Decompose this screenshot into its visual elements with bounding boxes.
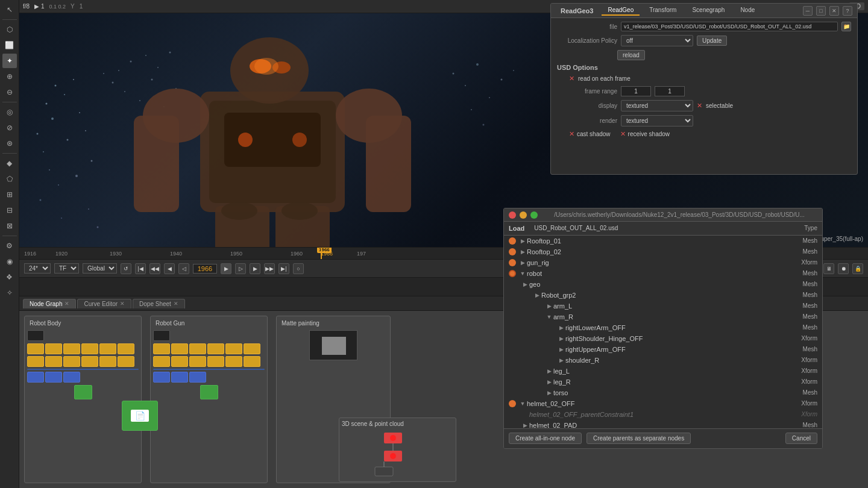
toolbar-icon-node[interactable]: ✧ bbox=[2, 286, 17, 300]
gun-node-yellow-5[interactable] bbox=[225, 343, 242, 354]
toolbar-icon-transform[interactable]: ✦ bbox=[2, 54, 17, 68]
sg-arrow-arm-l[interactable]: ▶ bbox=[545, 303, 553, 309]
node-yellow-6[interactable] bbox=[118, 343, 134, 354]
sg-row-rooftop01[interactable]: ▶ Rooftop_01 Mesh bbox=[504, 236, 822, 246]
sg-row-torso[interactable]: ▶ torso Mesh bbox=[504, 387, 822, 398]
rg-file-value[interactable]: v1_release/03_Post/3D/USD/USD_robot/USD/… bbox=[621, 22, 838, 31]
gun-node-yellow-6[interactable] bbox=[244, 343, 260, 354]
toolbar-icon-rect[interactable]: ⬜ bbox=[2, 38, 17, 52]
sg-minimize-btn[interactable] bbox=[520, 211, 527, 219]
toolbar-icon-add[interactable]: ⊕ bbox=[2, 69, 17, 84]
toolbar-icon-select[interactable]: ⬡ bbox=[2, 22, 17, 37]
global-dropdown[interactable]: Global bbox=[83, 263, 117, 274]
gun-node-yellow-7[interactable] bbox=[153, 356, 170, 367]
reset-btn[interactable]: ↺ bbox=[121, 263, 131, 274]
rg-file-browse-btn[interactable]: 📁 bbox=[841, 22, 851, 31]
rg-minimize-btn[interactable]: ─ bbox=[803, 6, 813, 16]
rg-tab-transform[interactable]: Transform bbox=[643, 5, 682, 16]
sg-arrow-robot-grp2[interactable]: ▶ bbox=[533, 292, 541, 298]
sg-row-gun-rig[interactable]: ▶ gun_rig Xform bbox=[504, 257, 822, 268]
next-btn[interactable]: ▷ bbox=[235, 263, 246, 274]
toolbar-icon-circle[interactable]: ◎ bbox=[2, 105, 17, 119]
loop-btn[interactable]: ○ bbox=[293, 263, 304, 274]
sg-row-rooftop02[interactable]: ▶ Rooftop_02 Mesh bbox=[504, 246, 822, 257]
node-yellow-4[interactable] bbox=[81, 343, 98, 354]
rg-update-btn[interactable]: Update bbox=[697, 36, 727, 46]
gun-node-blue-3[interactable] bbox=[189, 372, 206, 383]
tab-dope-sheet[interactable]: Dope Sheet ✕ bbox=[133, 299, 185, 308]
toolbar-icon-grid-x[interactable]: ⊠ bbox=[2, 219, 17, 233]
rg-display-dropdown[interactable]: textured wireframe solid bbox=[621, 100, 693, 111]
gun-node-yellow-10[interactable] bbox=[207, 356, 224, 367]
toolbar-icon-arrow[interactable]: ↖ bbox=[2, 2, 17, 17]
prev-keyframe-btn[interactable]: ◀◀ bbox=[149, 263, 160, 274]
toolbar-icon-layers[interactable]: ❖ bbox=[2, 270, 17, 284]
sg-row-leg-l[interactable]: ▶ leg_L Xform bbox=[504, 366, 822, 377]
gun-node-blue-2[interactable] bbox=[171, 372, 188, 383]
toolbar-icon-eye[interactable]: ◉ bbox=[2, 254, 17, 269]
tab-curve-editor-close[interactable]: ✕ bbox=[120, 301, 125, 307]
rg-maximize-btn[interactable]: □ bbox=[816, 6, 826, 16]
sg-arrow-helmet02off[interactable]: ▼ bbox=[518, 401, 527, 407]
rg-reload-btn[interactable]: reload bbox=[617, 50, 645, 60]
record-btn[interactable]: ⏺ bbox=[838, 263, 849, 274]
sg-arrow-gun-rig[interactable]: ▶ bbox=[518, 260, 527, 266]
sg-row-arm-r[interactable]: ▼ arm_R Mesh bbox=[504, 311, 822, 322]
gun-node-yellow-12[interactable] bbox=[244, 356, 260, 367]
node-blue-1[interactable] bbox=[27, 372, 44, 383]
tab-dope-sheet-close[interactable]: ✕ bbox=[174, 301, 178, 307]
tab-node-graph[interactable]: Node Graph ✕ bbox=[23, 299, 76, 308]
gun-node-yellow-2[interactable] bbox=[171, 343, 188, 354]
node-blue-2[interactable] bbox=[45, 372, 62, 383]
sg-arrow-arm-r[interactable]: ▼ bbox=[545, 314, 553, 320]
sg-arrow-rooftop02[interactable]: ▶ bbox=[518, 249, 527, 255]
gun-node-yellow-3[interactable] bbox=[189, 343, 206, 354]
node-yellow-3[interactable] bbox=[63, 343, 80, 354]
node-yellow-5[interactable] bbox=[99, 343, 116, 354]
rg-frame-range-start[interactable] bbox=[621, 86, 651, 96]
sg-arrow-geo[interactable]: ▶ bbox=[521, 281, 529, 287]
toolbar-icon-subtract[interactable]: ⊖ bbox=[2, 85, 17, 99]
sg-arrow-rightlowerarm[interactable]: ▶ bbox=[557, 325, 565, 331]
sg-load-label[interactable]: Load bbox=[509, 225, 524, 232]
fps-dropdown[interactable]: 24* bbox=[24, 263, 51, 274]
sg-arrow-rightshoulder-hinge[interactable]: ▶ bbox=[557, 336, 565, 342]
node-yellow-11[interactable] bbox=[99, 356, 116, 367]
node-yellow-9[interactable] bbox=[63, 356, 80, 367]
rg-render-dropdown[interactable]: textured wireframe solid bbox=[621, 115, 693, 127]
current-frame-input[interactable] bbox=[193, 264, 217, 274]
sg-arrow-leg-r[interactable]: ▶ bbox=[545, 379, 553, 385]
sg-row-helmet02-constraint[interactable]: ▶ helmet_02_OFF_parentConstraint1 Xform bbox=[504, 409, 822, 420]
dark-node-robot-gun[interactable] bbox=[153, 330, 170, 341]
sg-maximize-btn[interactable] bbox=[530, 211, 538, 219]
toolbar-icon-settings[interactable]: ⚙ bbox=[2, 239, 17, 253]
rg-localization-dropdown[interactable]: off bbox=[621, 35, 693, 46]
lock-btn[interactable]: 🔒 bbox=[852, 263, 863, 274]
gun-node-yellow-4[interactable] bbox=[207, 343, 224, 354]
gun-node-yellow-11[interactable] bbox=[225, 356, 242, 367]
standalone-green-node[interactable]: 📄 bbox=[122, 401, 158, 431]
gun-node-yellow-8[interactable] bbox=[171, 356, 188, 367]
rg-help-btn[interactable]: ? bbox=[843, 6, 852, 16]
node-yellow-7[interactable] bbox=[27, 356, 44, 367]
node-green-robot-gun[interactable] bbox=[200, 385, 218, 399]
rg-read-frame-x-icon[interactable]: ✕ bbox=[569, 75, 574, 83]
toolbar-icon-grid-add[interactable]: ⊞ bbox=[2, 187, 17, 202]
sg-arrow-rightupperarm[interactable]: ▶ bbox=[557, 346, 565, 352]
sg-close-btn[interactable] bbox=[509, 211, 516, 219]
node-yellow-1[interactable] bbox=[27, 343, 44, 354]
node-yellow-12[interactable] bbox=[118, 356, 134, 367]
sg-arrow-shoulder-r[interactable]: ▶ bbox=[557, 357, 565, 363]
sg-row-leg-r[interactable]: ▶ leg_R Xform bbox=[504, 377, 822, 387]
toolbar-icon-hexagon[interactable]: ⬠ bbox=[2, 172, 17, 186]
sg-row-robot[interactable]: ▼ robot Mesh bbox=[504, 268, 822, 279]
prev-frame-btn[interactable]: ◀ bbox=[164, 263, 175, 274]
sg-cancel-btn[interactable]: Cancel bbox=[785, 433, 817, 444]
viewer-btn[interactable]: 🖥 bbox=[823, 263, 834, 274]
gun-node-yellow-1[interactable] bbox=[153, 343, 170, 354]
rg-receive-shadow-x-icon[interactable]: ✕ bbox=[620, 130, 626, 138]
sg-row-helmet02pad[interactable]: ▶ helmet_02_PAD Mesh bbox=[504, 420, 822, 428]
sg-create-separate-btn[interactable]: Create parents as separate nodes bbox=[587, 433, 691, 444]
node-blue-3[interactable] bbox=[63, 372, 80, 383]
node-yellow-2[interactable] bbox=[45, 343, 62, 354]
